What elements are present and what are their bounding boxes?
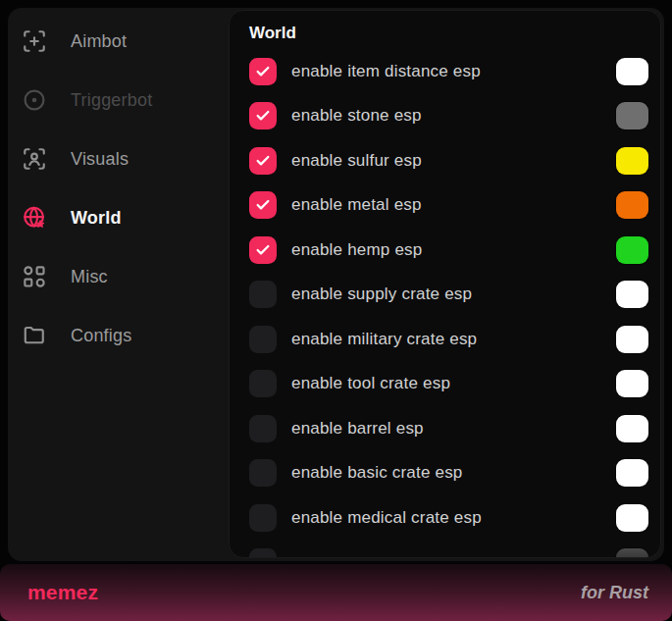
esp-label: enable item distance esp — [291, 62, 481, 81]
color-swatch[interactable] — [616, 58, 648, 85]
esp-row: enable barrel esp — [249, 406, 648, 451]
sidebar-item-world[interactable]: World — [8, 188, 229, 247]
panel-title: World — [249, 24, 648, 43]
esp-row: enable hemp esp — [249, 228, 648, 273]
esp-checkbox[interactable] — [249, 459, 277, 487]
esp-checkbox[interactable] — [249, 102, 277, 129]
sidebar-item-misc[interactable]: Misc — [8, 247, 229, 306]
color-swatch[interactable] — [616, 191, 648, 219]
esp-checkbox[interactable] — [249, 236, 277, 264]
esp-checkbox[interactable] — [249, 548, 277, 558]
tagline: for Rust — [581, 583, 648, 603]
esp-checkbox[interactable] — [249, 415, 277, 442]
esp-label: enable tool crate esp — [291, 374, 450, 393]
app-window: AimbotTriggerbotVisualsWorldMiscConfigs … — [8, 8, 664, 561]
color-swatch[interactable] — [616, 548, 648, 558]
esp-checkbox[interactable] — [249, 147, 277, 175]
esp-checkbox[interactable] — [249, 326, 277, 353]
esp-checkbox[interactable] — [249, 370, 277, 397]
esp-label: enable barrel esp — [291, 419, 424, 439]
brand-logo: memez — [27, 581, 98, 604]
sidebar-item-configs[interactable]: Configs — [8, 306, 229, 365]
color-swatch[interactable] — [616, 102, 648, 129]
sidebar-item-label: Triggerbot — [71, 90, 152, 111]
sidebar-item-label: World — [71, 208, 122, 229]
circle-dot-icon — [22, 87, 47, 113]
shapes-grid-icon — [22, 264, 47, 289]
esp-checkbox[interactable] — [249, 281, 277, 308]
esp-row: enable basic crate esp — [249, 451, 648, 496]
esp-label: enable stone esp — [291, 106, 422, 126]
esp-row: enable military crate esp — [249, 317, 648, 362]
crosshair-scan-icon — [22, 28, 47, 54]
esp-label: enable military crate esp — [291, 330, 477, 349]
world-panel: World enable item distance espenable sto… — [229, 10, 661, 558]
esp-row: enable tool crate esp — [249, 362, 648, 407]
color-swatch[interactable] — [616, 236, 648, 264]
esp-label: enable supply crate esp — [291, 285, 472, 304]
esp-label: enable sulfur esp — [291, 151, 422, 171]
color-swatch[interactable] — [616, 504, 648, 532]
sidebar-item-label: Misc — [71, 267, 108, 287]
esp-label: enable metal esp — [291, 195, 422, 215]
esp-row: enable metal esp — [249, 183, 648, 229]
esp-label: enable medical crate esp — [291, 508, 482, 528]
sidebar-item-label: Visuals — [71, 149, 129, 170]
sidebar-item-label: Configs — [71, 326, 131, 346]
esp-checkbox[interactable] — [249, 58, 277, 85]
folder-icon — [22, 323, 47, 348]
esp-row: enable sulfur esp — [249, 138, 648, 183]
sidebar-item-aimbot[interactable]: Aimbot — [8, 12, 229, 71]
sidebar-item-label: Aimbot — [71, 31, 127, 52]
esp-label: enable hemp esp — [291, 240, 422, 260]
esp-row: enable stone esp — [249, 94, 648, 139]
color-swatch[interactable] — [616, 281, 648, 308]
sidebar: AimbotTriggerbotVisualsWorldMiscConfigs — [8, 8, 229, 561]
esp-label: enable basic crate esp — [291, 463, 463, 483]
esp-option-list: enable item distance espenable stone esp… — [249, 49, 648, 558]
globe-star-icon — [22, 205, 47, 231]
esp-row: enable medical crate esp — [249, 495, 648, 541]
esp-row: enable item distance esp — [249, 49, 648, 94]
sidebar-item-visuals[interactable]: Visuals — [8, 129, 229, 188]
color-swatch[interactable] — [616, 326, 648, 353]
sidebar-item-triggerbot[interactable]: Triggerbot — [8, 71, 229, 129]
esp-row — [249, 541, 648, 559]
footer-bar: memez for Rust — [0, 564, 672, 621]
esp-checkbox[interactable] — [249, 504, 277, 532]
esp-checkbox[interactable] — [249, 191, 277, 219]
color-swatch[interactable] — [616, 147, 648, 175]
face-scan-icon — [22, 146, 47, 172]
color-swatch[interactable] — [616, 459, 648, 487]
esp-row: enable supply crate esp — [249, 273, 648, 318]
color-swatch[interactable] — [616, 370, 648, 397]
color-swatch[interactable] — [616, 415, 648, 442]
